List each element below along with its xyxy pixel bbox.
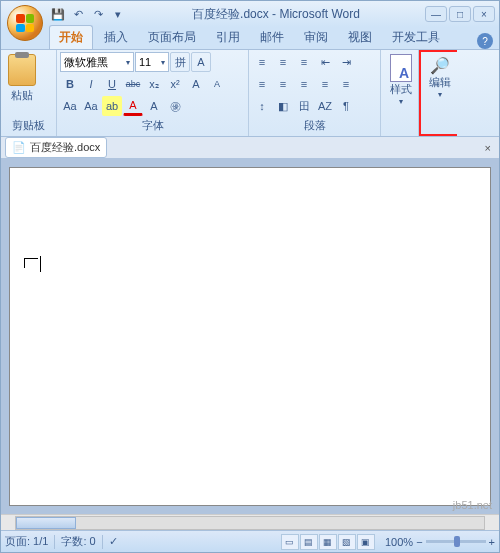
group-editing: 🔎 编辑 ▾ bbox=[419, 50, 457, 136]
bold-button[interactable]: B bbox=[60, 74, 80, 94]
borders-button[interactable]: 田 bbox=[294, 96, 314, 116]
subscript-button[interactable]: x₂ bbox=[144, 74, 164, 94]
enclose-char-button[interactable]: ㊝ bbox=[165, 96, 185, 116]
editor-area bbox=[1, 159, 499, 514]
styles-icon bbox=[390, 54, 412, 82]
close-button[interactable]: × bbox=[473, 6, 495, 22]
clear-format-button[interactable]: Aa bbox=[60, 96, 80, 116]
tab-view[interactable]: 视图 bbox=[339, 26, 381, 49]
styles-label: 样式 bbox=[390, 82, 412, 97]
phonetic-guide-icon[interactable]: 拼 bbox=[170, 52, 190, 72]
underline-button[interactable]: U bbox=[102, 74, 122, 94]
tab-references[interactable]: 引用 bbox=[207, 26, 249, 49]
char-shade-button[interactable]: A bbox=[144, 96, 164, 116]
group-paragraph: ≡ ≡ ≡ ⇤ ⇥ ≡ ≡ ≡ ≡ ≡ ↕ ◧ 田 AZ bbox=[249, 50, 381, 136]
editing-label: 编辑 bbox=[429, 75, 451, 90]
quick-access-toolbar: 💾 ↶ ↷ ▾ bbox=[49, 5, 127, 23]
text-cursor bbox=[40, 256, 41, 272]
status-bar: 页面: 1/1 字数: 0 ✓ ▭ ▤ ▦ ▧ ▣ 100% − + bbox=[1, 530, 499, 552]
case-button[interactable]: Aa bbox=[81, 96, 101, 116]
tab-review[interactable]: 审阅 bbox=[295, 26, 337, 49]
italic-button[interactable]: I bbox=[81, 74, 101, 94]
group-font: 微软雅黑▾ 11▾ 拼 A B I U abc x₂ x² A A Aa bbox=[57, 50, 249, 136]
distribute-button[interactable]: ≡ bbox=[336, 74, 356, 94]
view-web-icon[interactable]: ▦ bbox=[319, 534, 337, 550]
paste-icon bbox=[8, 54, 36, 86]
document-page[interactable] bbox=[9, 167, 491, 506]
zoom-control: 100% − + bbox=[385, 536, 495, 548]
font-size-combo[interactable]: 11▾ bbox=[135, 52, 169, 72]
superscript-button[interactable]: x² bbox=[165, 74, 185, 94]
office-button[interactable] bbox=[7, 5, 43, 41]
maximize-button[interactable]: □ bbox=[449, 6, 471, 22]
group-clipboard: 粘贴 剪贴板 bbox=[1, 50, 57, 136]
group-label-font: 字体 bbox=[60, 117, 245, 134]
scroll-thumb[interactable] bbox=[16, 517, 76, 529]
view-print-icon[interactable]: ▭ bbox=[281, 534, 299, 550]
align-right-button[interactable]: ≡ bbox=[294, 74, 314, 94]
zoom-out-button[interactable]: − bbox=[416, 536, 422, 548]
show-marks-button[interactable]: ¶ bbox=[336, 96, 356, 116]
char-border-icon[interactable]: A bbox=[191, 52, 211, 72]
document-icon: 📄 bbox=[12, 141, 26, 154]
styles-button[interactable]: 样式 ▾ bbox=[384, 52, 418, 108]
minimize-button[interactable]: — bbox=[425, 6, 447, 22]
tab-developer[interactable]: 开发工具 bbox=[383, 26, 449, 49]
group-label-clipboard: 剪贴板 bbox=[4, 117, 53, 134]
redo-icon[interactable]: ↷ bbox=[89, 5, 107, 23]
horizontal-scrollbar[interactable] bbox=[1, 514, 499, 530]
align-center-button[interactable]: ≡ bbox=[273, 74, 293, 94]
paste-button[interactable]: 粘贴 bbox=[4, 52, 40, 105]
paste-label: 粘贴 bbox=[11, 88, 33, 103]
watermark: jb51.net bbox=[453, 499, 492, 511]
line-spacing-button[interactable]: ↕ bbox=[252, 96, 272, 116]
status-proof-icon[interactable]: ✓ bbox=[109, 535, 118, 548]
document-tab[interactable]: 📄 百度经验.docx bbox=[5, 137, 107, 158]
zoom-in-button[interactable]: + bbox=[489, 536, 495, 548]
zoom-level[interactable]: 100% bbox=[385, 536, 413, 548]
highlight-button[interactable]: ab bbox=[102, 96, 122, 116]
window-title: 百度经验.docx - Microsoft Word bbox=[131, 6, 421, 23]
status-words[interactable]: 字数: 0 bbox=[61, 534, 95, 549]
view-draft-icon[interactable]: ▣ bbox=[357, 534, 375, 550]
align-left-button[interactable]: ≡ bbox=[252, 74, 272, 94]
indent-button[interactable]: ⇥ bbox=[336, 52, 356, 72]
grow-font-button[interactable]: A bbox=[186, 74, 206, 94]
document-close-icon[interactable]: × bbox=[485, 142, 491, 154]
tab-insert[interactable]: 插入 bbox=[95, 26, 137, 49]
font-color-button[interactable]: A bbox=[123, 96, 143, 116]
group-label-paragraph: 段落 bbox=[252, 117, 377, 134]
save-icon[interactable]: 💾 bbox=[49, 5, 67, 23]
tab-layout[interactable]: 页面布局 bbox=[139, 26, 205, 49]
qat-more-icon[interactable]: ▾ bbox=[109, 5, 127, 23]
multilevel-button[interactable]: ≡ bbox=[294, 52, 314, 72]
titlebar: 💾 ↶ ↷ ▾ 百度经验.docx - Microsoft Word — □ × bbox=[1, 1, 499, 27]
strike-button[interactable]: abc bbox=[123, 74, 143, 94]
view-fullscreen-icon[interactable]: ▤ bbox=[300, 534, 318, 550]
justify-button[interactable]: ≡ bbox=[315, 74, 335, 94]
help-icon[interactable]: ? bbox=[477, 33, 493, 49]
group-styles: 样式 ▾ bbox=[381, 50, 419, 136]
document-tab-bar: 📄 百度经验.docx × bbox=[1, 137, 499, 159]
ribbon: 粘贴 剪贴板 微软雅黑▾ 11▾ 拼 A B I U abc x₂ bbox=[1, 49, 499, 137]
font-family-combo[interactable]: 微软雅黑▾ bbox=[60, 52, 134, 72]
dedent-button[interactable]: ⇤ bbox=[315, 52, 335, 72]
undo-icon[interactable]: ↶ bbox=[69, 5, 87, 23]
find-icon: 🔎 bbox=[429, 55, 451, 75]
ribbon-tabs: 开始 插入 页面布局 引用 邮件 审阅 视图 开发工具 ? bbox=[1, 27, 499, 49]
tab-home[interactable]: 开始 bbox=[49, 25, 93, 49]
tab-mailings[interactable]: 邮件 bbox=[251, 26, 293, 49]
shrink-font-button[interactable]: A bbox=[207, 74, 227, 94]
editing-button[interactable]: 🔎 编辑 ▾ bbox=[423, 53, 457, 101]
bullets-button[interactable]: ≡ bbox=[252, 52, 272, 72]
status-page[interactable]: 页面: 1/1 bbox=[5, 534, 48, 549]
document-name: 百度经验.docx bbox=[30, 140, 100, 155]
sort-button[interactable]: AZ bbox=[315, 96, 335, 116]
numbering-button[interactable]: ≡ bbox=[273, 52, 293, 72]
view-buttons: ▭ ▤ ▦ ▧ ▣ bbox=[281, 534, 375, 550]
shading-button[interactable]: ◧ bbox=[273, 96, 293, 116]
view-outline-icon[interactable]: ▧ bbox=[338, 534, 356, 550]
zoom-slider[interactable] bbox=[426, 540, 486, 543]
